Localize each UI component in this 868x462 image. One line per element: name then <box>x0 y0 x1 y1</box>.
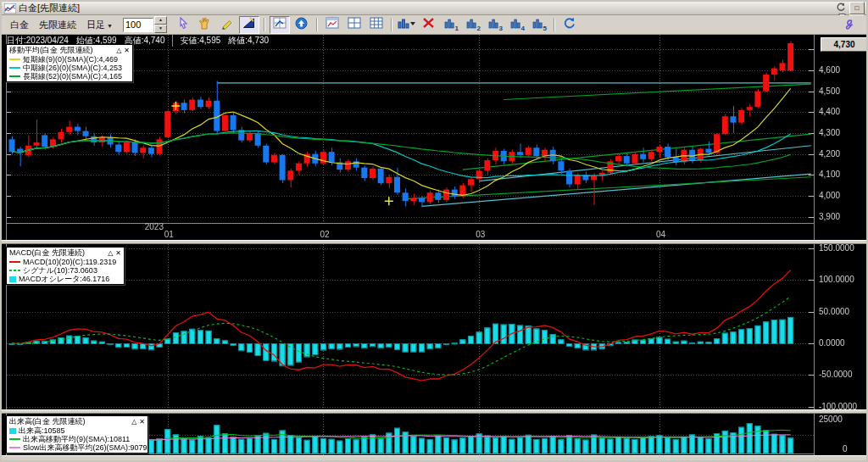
preset-number-label: 1 <box>454 25 458 32</box>
panel-preset-1-button[interactable]: 1 <box>441 16 461 34</box>
spin-down-button[interactable]: ▼ <box>154 25 167 33</box>
reload-data-button[interactable] <box>559 16 580 34</box>
legend-close-button[interactable]: ✕ <box>124 47 130 54</box>
legend-close-button[interactable]: ✕ <box>115 250 121 257</box>
title-bar[interactable]: 白金[先限連続] ─□✕ <box>2 2 866 15</box>
preset-number-label: 2 <box>476 25 480 32</box>
price-axis-tick: 4,400 <box>819 107 840 116</box>
macd-legend: MACD(白金 先限連続) △ ✕ MACD(10)(20)(C):119.23… <box>6 247 125 285</box>
panel-preset-3-button[interactable]: 3 <box>485 16 505 34</box>
preset-number-label: 4 <box>520 25 524 32</box>
window-bottom-edge <box>2 455 866 461</box>
legend-collapse-button[interactable]: △ <box>108 250 113 257</box>
draw-pencil-button[interactable] <box>217 16 237 34</box>
volume-axis-tick: 25000 <box>819 415 843 424</box>
price-axis-tick: 4,100 <box>819 170 840 179</box>
legend-item: MACDオシレータ:46.1716 <box>9 275 121 283</box>
draw-pencil-icon <box>220 17 233 33</box>
symbol-label[interactable]: 白金 <box>10 19 29 31</box>
toolbar: 白金 先限連続 日足▼ 100 ▲ ▼ 12345 <box>2 15 866 35</box>
scroll-to-latest-icon <box>295 17 308 33</box>
panel-preset-4-button[interactable]: 4 <box>507 16 527 34</box>
new-chart-icon <box>326 17 339 32</box>
x-axis-month-label: 04 <box>656 230 665 239</box>
select-cursor-icon <box>177 17 189 33</box>
macd-axis-tick: -100.0000 <box>819 402 857 411</box>
price-axis-tick: 4,200 <box>819 149 840 159</box>
settings-wrench-button[interactable] <box>837 16 858 34</box>
bar-count-input[interactable]: 100 <box>123 18 153 32</box>
legend-collapse-button[interactable]: △ <box>116 47 121 54</box>
series-color-chip <box>9 447 20 448</box>
series-color-chip <box>9 270 20 271</box>
series-color-chip <box>9 75 20 77</box>
x-axis-month-label: 02 <box>320 230 329 239</box>
timeframe-select[interactable]: 日足▼ <box>86 19 113 31</box>
panel-preset-2-button[interactable]: 2 <box>463 16 483 34</box>
legend-collapse-button[interactable]: △ <box>131 419 136 426</box>
series-color-chip <box>9 428 16 434</box>
indicator-menu-button[interactable] <box>397 16 417 34</box>
crosshair-tool-button[interactable] <box>270 16 290 34</box>
volume-axis-tick: 0 <box>843 444 848 454</box>
toolbar-separator <box>554 18 555 31</box>
wrench-icon <box>842 19 854 31</box>
panel-preset-5-button[interactable]: 5 <box>529 16 549 34</box>
trendline-tool-button[interactable] <box>239 16 259 34</box>
volume-legend: 出来高(白金 先限連続) △ ✕ 出来高:10585出来高移動平均(9)(SMA… <box>6 415 148 454</box>
grid-split-3-button[interactable] <box>366 16 387 34</box>
pan-hand-icon <box>198 17 211 33</box>
macd-panel <box>2 244 866 409</box>
indicator-menu-icon <box>398 17 416 32</box>
reload-data-icon <box>563 17 576 33</box>
scroll-to-latest-button[interactable] <box>292 16 312 34</box>
spin-up-button[interactable]: ▲ <box>154 16 167 25</box>
series-color-chip <box>9 438 20 440</box>
price-axis-tick: 4,500 <box>819 86 840 96</box>
toolbar-separator <box>316 18 318 31</box>
trendline-tool-icon <box>242 17 255 32</box>
legend-item-label: MACDオシレータ:46.1716 <box>19 274 109 285</box>
series-color-chip <box>9 58 20 60</box>
grid-split-2-icon <box>348 17 361 32</box>
refresh-window-button[interactable] <box>834 3 848 14</box>
grid-split-2-button[interactable] <box>344 16 364 34</box>
maximize-button[interactable]: □ <box>849 2 865 14</box>
info-low: 安値:4,595 <box>172 35 220 47</box>
remove-indicator-button[interactable] <box>419 16 439 34</box>
legend-close-button[interactable]: ✕ <box>139 419 145 426</box>
chart-window: 白金[先限連続] ─□✕ 白金 先限連続 日足▼ 100 ▲ ▼ 12345 日… <box>0 0 868 462</box>
toolbar-separator <box>391 18 392 31</box>
legend-item-label: 長期線(52)(0)(SMA)(C):4,165 <box>23 71 122 82</box>
legend-item: 長期線(52)(0)(SMA)(C):4,165 <box>9 72 130 81</box>
price-axis-tick: 4,300 <box>819 128 840 137</box>
contract-label[interactable]: 先限連続 <box>39 19 76 31</box>
macd-axis-tick: 150.0000 <box>819 243 854 253</box>
bar-count-spinner: 100 ▲ ▼ <box>123 18 167 32</box>
refresh-window-icon <box>836 3 846 14</box>
macd-axis-tick: 0.0000 <box>819 338 845 348</box>
price-axis-tick: 4,000 <box>819 191 840 200</box>
ma-legend: 移動平均(白金 先限連続) △ ✕ 短期線(9)(0)(SMA)(C):4,46… <box>6 44 133 82</box>
current-price-box: 4,730 <box>821 37 868 52</box>
preset-number-label: 5 <box>542 25 546 32</box>
macd-chart-canvas[interactable] <box>2 244 866 409</box>
x-axis-month-label: 03 <box>476 230 485 239</box>
info-close: 終値:4,730 <box>228 35 269 47</box>
select-cursor-button[interactable] <box>173 16 193 34</box>
series-color-chip <box>9 276 16 282</box>
pan-hand-button[interactable] <box>195 16 215 34</box>
crosshair-tool-icon <box>273 17 287 32</box>
legend-item-label: Slow出来高移動平均(26)(SMA):9079 <box>23 443 147 454</box>
app-chart-icon <box>4 3 16 14</box>
series-color-chip <box>9 261 20 263</box>
x-axis-month-label: 01 <box>164 230 174 239</box>
new-chart-button[interactable] <box>322 16 342 34</box>
remove-indicator-icon <box>422 17 435 32</box>
macd-axis-tick: 100.0000 <box>819 275 854 284</box>
price-axis-tick: 3,900 <box>819 212 840 221</box>
legend-item: Slow出来高移動平均(26)(SMA):9079 <box>9 443 145 452</box>
preset-number-label: 3 <box>498 25 502 32</box>
series-color-chip <box>9 67 20 69</box>
grid-split-3-icon <box>370 17 383 32</box>
